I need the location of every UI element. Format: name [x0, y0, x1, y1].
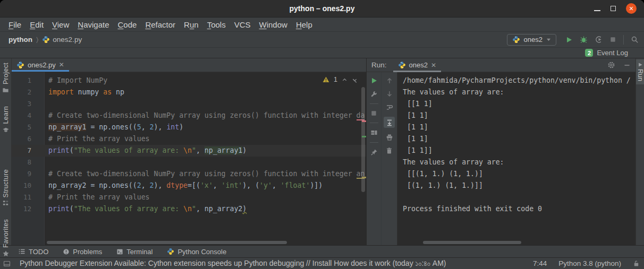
tool-window-panels-icon[interactable]	[3, 260, 11, 267]
tool-button-structure[interactable]: Structure	[2, 169, 10, 206]
console-line: Process finished with exit code 0	[403, 203, 635, 215]
learn-icon	[2, 126, 10, 133]
error-stripe-mark[interactable]	[362, 120, 366, 122]
bottom-tool-bar: TODOProblemsTerminalPython Console	[0, 245, 644, 257]
inspection-widget[interactable]: 1	[323, 76, 358, 83]
coverage-button[interactable]	[595, 36, 603, 44]
next-warning-icon[interactable]	[352, 77, 358, 83]
tool-button-terminal[interactable]: Terminal	[116, 248, 152, 256]
line-number: 11	[12, 192, 44, 203]
problems-icon	[63, 248, 70, 255]
event-log-label[interactable]: Event Log	[597, 49, 628, 57]
error-stripe-mark[interactable]	[362, 177, 366, 178]
restore-layout-icon[interactable]	[370, 129, 378, 136]
run-tab-ones2[interactable]: ones2 ✕	[393, 58, 441, 72]
maximize-button[interactable]	[611, 6, 616, 11]
menu-code[interactable]: Code	[114, 20, 141, 29]
code-line-2[interactable]: 2import numpy as np	[12, 86, 366, 98]
line-number: 7	[12, 145, 44, 157]
console-line: The values of array are:	[403, 86, 635, 98]
code-line-8[interactable]: 8	[12, 157, 366, 168]
tool-button-problems[interactable]: Problems	[63, 248, 102, 256]
tool-button-python-console[interactable]: Python Console	[167, 248, 226, 256]
scroll-to-end-button[interactable]	[384, 117, 395, 128]
soft-wrap-icon[interactable]	[386, 103, 393, 111]
menu-edit[interactable]: Edit	[26, 20, 48, 29]
tool-button-label: Favorites	[2, 219, 10, 248]
code-line-11[interactable]: 11# Print the array values	[12, 192, 366, 203]
menu-vcs[interactable]: VCS	[230, 20, 255, 29]
up-stack-trace-icon[interactable]	[386, 77, 393, 84]
hide-panel-icon[interactable]	[623, 62, 631, 69]
code-line-9[interactable]: 9# Create two-dimensional NumPy array us…	[12, 168, 366, 180]
structure-icon	[2, 199, 9, 206]
lock-icon[interactable]	[633, 260, 640, 267]
code-text: print("The values of array are: \n", np_…	[44, 203, 366, 215]
code-line-3[interactable]: 3	[12, 98, 366, 110]
tool-button-run[interactable]: Run	[636, 59, 644, 84]
console-horizontal-scrollbar[interactable]	[423, 241, 521, 244]
prev-warning-icon[interactable]	[342, 77, 348, 83]
down-stack-trace-icon[interactable]	[386, 90, 393, 98]
menu-navigate[interactable]: Navigate	[73, 20, 113, 29]
tool-button-label: Terminal	[126, 248, 152, 256]
stop-button[interactable]	[370, 110, 377, 117]
run-button[interactable]	[565, 36, 573, 44]
python-icon	[512, 36, 520, 44]
stop-button[interactable]	[609, 36, 616, 43]
run-body: /home/fahmida/PycharmProjects/python/ven…	[367, 72, 635, 245]
editor-horizontal-scrollbar[interactable]	[47, 241, 287, 244]
editor-tab-label: ones2.py	[28, 61, 56, 69]
menu-help[interactable]: Help	[292, 20, 317, 29]
menu-tools[interactable]: Tools	[203, 20, 230, 29]
tool-button-todo[interactable]: TODO	[18, 248, 48, 256]
tab-close-icon[interactable]: ✕	[431, 62, 436, 68]
pin-icon[interactable]	[370, 149, 378, 156]
menu-window[interactable]: Window	[255, 20, 292, 29]
run-configuration-select[interactable]: ones2	[507, 34, 556, 46]
menu-run[interactable]: Run	[180, 20, 203, 29]
tool-button-label: Structure	[2, 169, 10, 197]
python-icon	[167, 248, 174, 255]
code-line-7[interactable]: 7print("The values of array are: \n", np…	[12, 145, 366, 157]
interpreter-selector[interactable]: Python 3.8 (python)	[558, 259, 621, 267]
status-message[interactable]: Python Debugger Extension Available: Cyt…	[20, 259, 446, 268]
debug-button[interactable]	[580, 36, 588, 44]
breadcrumb-file[interactable]: ones2.py	[53, 36, 82, 44]
folder-icon	[2, 86, 9, 93]
clear-all-icon[interactable]	[386, 147, 393, 154]
line-number: 6	[12, 133, 44, 145]
code-line-5[interactable]: 5np_array1 = np.ones((5, 2), int)	[12, 122, 366, 133]
print-icon[interactable]	[386, 134, 393, 141]
code-line-4[interactable]: 4# Create two-dimensional NumPy array us…	[12, 110, 366, 122]
minimize-button[interactable]	[594, 10, 600, 11]
search-everywhere-icon[interactable]	[631, 36, 639, 44]
menu-file[interactable]: File	[4, 20, 26, 29]
event-log-badge[interactable]: 2	[585, 49, 593, 57]
tool-button-label: Problems	[73, 248, 102, 256]
tool-button-learn[interactable]: Learn	[2, 106, 10, 133]
code-line-1[interactable]: 1# Import NumPy	[12, 75, 366, 86]
error-stripe-mark[interactable]	[362, 136, 366, 137]
tool-button-label: TODO	[29, 248, 48, 256]
left-tool-stripe: ProjectLearnStructureFavorites	[0, 58, 12, 245]
code-line-6[interactable]: 6# Print the array values	[12, 133, 366, 145]
menu-view[interactable]: View	[48, 20, 73, 29]
editor-tab-ones2py[interactable]: ones2.py ✕	[12, 58, 69, 72]
line-number: 8	[12, 157, 44, 168]
settings-wrench-icon[interactable]	[370, 90, 378, 98]
code-line-12[interactable]: 12print("The values of array are: \n", n…	[12, 203, 366, 215]
rerun-button[interactable]	[370, 77, 378, 84]
code-editor[interactable]: 1# Import NumPy2import numpy as np34# Cr…	[12, 72, 366, 245]
tool-button-project[interactable]: Project	[2, 63, 10, 93]
code-text: np_array2 = np.ones((2, 2), dtype=[('x',…	[44, 180, 366, 192]
tab-close-icon[interactable]: ✕	[59, 62, 64, 68]
menu-refactor[interactable]: Refactor	[141, 20, 180, 29]
line-number: 2	[12, 86, 44, 98]
breadcrumb-project[interactable]: python	[9, 36, 32, 44]
run-console-output[interactable]: /home/fahmida/PycharmProjects/python/ven…	[397, 72, 635, 245]
code-line-10[interactable]: 10np_array2 = np.ones((2, 2), dtype=[('x…	[12, 180, 366, 192]
toolbar-divider	[370, 142, 378, 143]
gear-icon[interactable]	[607, 61, 615, 69]
close-button[interactable]: ×	[626, 3, 637, 14]
